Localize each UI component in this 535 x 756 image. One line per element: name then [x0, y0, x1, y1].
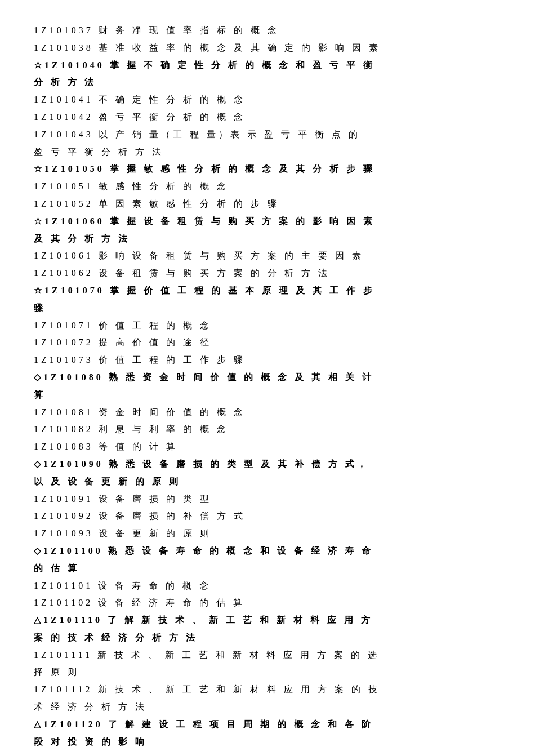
text-line: 1Z101092 设 备 磨 损 的 补 偿 方 式	[34, 508, 501, 524]
text-line: 1Z101062 设 备 租 赁 与 购 买 方 案 的 分 析 方 法	[34, 265, 501, 282]
text-line: 1Z101037 财 务 净 现 值 率 指 标 的 概 念	[34, 23, 501, 39]
text-line: 1Z101051 敏 感 性 分 析 的 概 念	[34, 179, 501, 195]
text-line: 1Z101072 提 高 价 值 的 途 径	[34, 335, 501, 351]
text-line: 1Z101043 以 产 销 量（工 程 量）表 示 盈 亏 平 衡 点 的	[34, 127, 501, 143]
text-line: 1Z101091 设 备 磨 损 的 类 型	[34, 491, 501, 508]
text-line: ◇1Z101100 熟 悉 设 备 寿 命 的 概 念 和 设 备 经 济 寿 …	[34, 543, 501, 559]
text-line: 1Z101061 影 响 设 备 租 赁 与 购 买 方 案 的 主 要 因 素	[34, 248, 501, 264]
text-line: 1Z101102 设 备 经 济 寿 命 的 估 算	[34, 595, 501, 611]
text-line: ☆1Z101050 掌 握 敏 感 性 分 析 的 概 念 及 其 分 析 步 …	[34, 161, 501, 177]
text-line: 骤	[34, 300, 501, 317]
main-content: 1Z101037 财 务 净 现 值 率 指 标 的 概 念1Z101038 基…	[34, 23, 501, 750]
text-line: 1Z101111 新 技 术 、 新 工 艺 和 新 材 料 应 用 方 案 的…	[34, 647, 501, 664]
text-line: 算	[34, 387, 501, 403]
text-line: ☆1Z101060 掌 握 设 备 租 赁 与 购 买 方 案 的 影 响 因 …	[34, 214, 501, 230]
text-line: 术 经 济 分 析 方 法	[34, 699, 501, 715]
text-line: 盈 亏 平 衡 分 析 方 法	[34, 144, 501, 161]
text-line: 1Z101071 价 值 工 程 的 概 念	[34, 318, 501, 334]
text-line: 1Z101041 不 确 定 性 分 析 的 概 念	[34, 92, 501, 108]
text-line: 1Z101083 等 值 的 计 算	[34, 439, 501, 455]
text-line: 案 的 技 术 经 济 分 析 方 法	[34, 630, 501, 646]
text-line: 1Z101081 资 金 时 间 价 值 的 概 念	[34, 404, 501, 421]
text-line: ☆1Z101070 掌 握 价 值 工 程 的 基 本 原 理 及 其 工 作 …	[34, 283, 501, 299]
text-line: 以 及 设 备 更 新 的 原 则	[34, 474, 501, 490]
text-line: 1Z101038 基 准 收 益 率 的 概 念 及 其 确 定 的 影 响 因…	[34, 40, 501, 56]
text-line: ☆1Z101040 掌 握 不 确 定 性 分 析 的 概 念 和 盈 亏 平 …	[34, 57, 501, 74]
text-line: △1Z101120 了 解 建 设 工 程 项 目 周 期 的 概 念 和 各 …	[34, 717, 501, 733]
text-line: ◇1Z101080 熟 悉 资 金 时 间 价 值 的 概 念 及 其 相 关 …	[34, 370, 501, 386]
text-line: 段 对 投 资 的 影 响	[34, 734, 501, 750]
text-line: 1Z101082 利 息 与 利 率 的 概 念	[34, 421, 501, 438]
text-line: 1Z101093 设 备 更 新 的 原 则	[34, 526, 501, 542]
text-line: 1Z101073 价 值 工 程 的 工 作 步 骤	[34, 352, 501, 368]
text-line: △1Z101110 了 解 新 技 术 、 新 工 艺 和 新 材 料 应 用 …	[34, 612, 501, 629]
text-line: 及 其 分 析 方 法	[34, 231, 501, 247]
text-line: 的 估 算	[34, 561, 501, 577]
text-line: 1Z101042 盈 亏 平 衡 分 析 的 概 念	[34, 109, 501, 126]
text-line: 1Z101052 单 因 素 敏 感 性 分 析 的 步 骤	[34, 196, 501, 212]
text-line: 1Z101112 新 技 术 、 新 工 艺 和 新 材 料 应 用 方 案 的…	[34, 682, 501, 698]
text-line: 分 析 方 法	[34, 74, 501, 91]
text-line: 1Z101101 设 备 寿 命 的 概 念	[34, 578, 501, 594]
text-line: ◇1Z101090 熟 悉 设 备 磨 损 的 类 型 及 其 补 偿 方 式，	[34, 456, 501, 473]
text-line: 择 原 则	[34, 664, 501, 681]
